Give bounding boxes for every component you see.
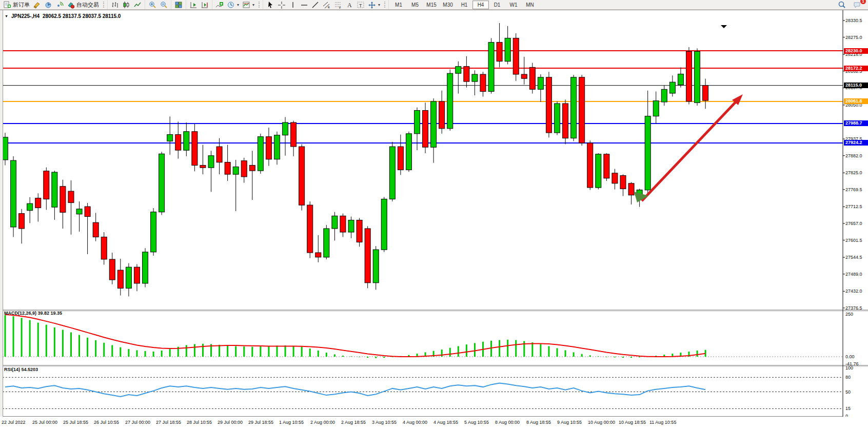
timeframes-group: M1M5M15M30H1H4D1W1MN: [388, 0, 540, 9]
price-axis-label: 27489.0: [845, 272, 862, 277]
candle: [653, 92, 659, 124]
bar-chart-button[interactable]: [109, 1, 121, 9]
rsi-axis-label: 100: [845, 365, 853, 371]
date-axis-label: 29 Jul 18:55: [248, 420, 273, 425]
price-tag: 28172.2: [844, 66, 868, 71]
candle: [315, 235, 321, 262]
candle: [357, 218, 362, 247]
auto-scroll-icon: [189, 1, 198, 9]
vertical-line-button[interactable]: [287, 1, 299, 9]
candle: [109, 253, 115, 284]
candle: [398, 135, 403, 175]
tile-windows-icon: [174, 1, 183, 9]
candle: [340, 214, 346, 237]
svg-text:E: E: [328, 6, 330, 9]
search-button[interactable]: [836, 1, 847, 9]
timeframe-button-m30[interactable]: M30: [440, 1, 456, 9]
line-chart-button[interactable]: [132, 1, 143, 9]
timeframe-button-d1[interactable]: D1: [489, 1, 505, 9]
candle: [596, 153, 601, 190]
price-axis-label: 27882.0: [845, 153, 862, 158]
chart-window[interactable]: ▼ JPN225-,H4 28062.5 28137.5 28037.5 281…: [0, 10, 868, 427]
candle: [208, 151, 214, 192]
candle: [620, 174, 626, 196]
candle: [200, 145, 206, 175]
signals-button[interactable]: [54, 1, 65, 9]
indicators-button[interactable]: [214, 1, 225, 9]
candle: [44, 168, 49, 210]
candle: [406, 132, 411, 172]
zoom-in-button[interactable]: [147, 1, 158, 9]
community-button[interactable]: 1: [852, 1, 863, 9]
zoom-out-button[interactable]: [158, 1, 169, 9]
drawing-tools-group: EFAT▾: [263, 0, 383, 9]
arrows-button[interactable]: ▾: [366, 1, 382, 9]
candle: [52, 171, 57, 220]
svg-text:F: F: [339, 6, 341, 9]
date-axis-label: 27 Jul 00:00: [125, 420, 150, 425]
candle: [381, 197, 387, 252]
candle: [571, 75, 577, 141]
timeframe-button-h1[interactable]: H1: [456, 1, 472, 9]
chart-title[interactable]: ▼ JPN225-,H4 28062.5 28137.5 28037.5 281…: [5, 13, 121, 19]
candlestick-chart-button[interactable]: [121, 1, 132, 9]
date-axis[interactable]: 22 Jul 202225 Jul 00:0025 Jul 18:5526 Ju…: [0, 417, 868, 427]
candle: [472, 70, 478, 95]
candle: [488, 38, 494, 93]
trade-group: 新订单 自动交易: [0, 0, 102, 9]
price-axis-label: 27601.5: [845, 238, 862, 243]
new-order-button[interactable]: 新订单: [2, 1, 31, 9]
trendline-button[interactable]: [310, 1, 321, 9]
candle: [76, 201, 82, 232]
publisher-button[interactable]: [43, 1, 54, 9]
price-tag: 27988.7: [844, 120, 868, 126]
templates-button[interactable]: ▾: [241, 1, 256, 9]
chart-shift-button[interactable]: [199, 1, 210, 9]
candle: [669, 75, 675, 96]
price-axis-label: 27432.0: [845, 289, 862, 294]
horizontal-line-button[interactable]: [299, 1, 310, 9]
fibonacci-button[interactable]: F: [332, 1, 344, 9]
macd-signal-line: [5, 315, 705, 357]
ohlc-readout: 28062.5 28137.5 28037.5 28115.0: [43, 13, 121, 19]
date-axis-label: 26 Jul 10:55: [94, 420, 119, 425]
svg-text:A: A: [347, 2, 352, 9]
timeframe-button-h4[interactable]: H4: [472, 1, 489, 9]
candle: [348, 217, 354, 238]
rsi-label: RSI(14) 54.5203: [4, 367, 38, 372]
timeframe-button-w1[interactable]: W1: [505, 1, 522, 9]
date-axis-label: 25 Jul 00:00: [32, 420, 57, 425]
timeframe-button-m5[interactable]: M5: [407, 1, 423, 9]
chart-canvas[interactable]: [0, 10, 868, 427]
timeframe-button-m15[interactable]: M15: [423, 1, 440, 9]
candle: [661, 86, 667, 106]
tile-windows-button[interactable]: [173, 1, 184, 9]
candle: [291, 121, 297, 156]
main-toolbar: 新订单 自动交易 ▾▾ EFAT▾ M1M5M15M30H1H4D1W1MN 1: [0, 0, 868, 10]
chart-type-group: [107, 0, 145, 9]
candle: [60, 180, 66, 229]
cursor-button[interactable]: [265, 1, 276, 9]
price-tag: 28230.0: [844, 48, 868, 54]
candle: [604, 153, 609, 181]
periods-button[interactable]: ▾: [225, 1, 241, 9]
timeframe-button-mn[interactable]: MN: [522, 1, 538, 9]
chevron-down-icon: ▾: [237, 3, 239, 7]
candle: [192, 124, 198, 171]
bar-chart-icon: [111, 1, 119, 9]
fibonacci-icon: F: [334, 1, 342, 9]
candle: [332, 212, 338, 241]
publisher-icon: [44, 1, 52, 9]
crosshair-button[interactable]: [276, 1, 287, 9]
zoom-group: [145, 0, 171, 9]
symbol-dropdown-icon[interactable]: ▼: [5, 14, 8, 18]
timeframe-button-m1[interactable]: M1: [390, 1, 407, 9]
rsi-axis-label: 50: [845, 389, 851, 395]
equidistant-channel-button[interactable]: E: [321, 1, 332, 9]
auto-scroll-button[interactable]: [188, 1, 199, 9]
text-button[interactable]: A: [344, 1, 355, 9]
autotrading-button[interactable]: 自动交易: [65, 1, 101, 9]
text-label-button[interactable]: T: [355, 1, 366, 9]
styler-button[interactable]: [31, 1, 43, 9]
candle: [233, 160, 239, 211]
